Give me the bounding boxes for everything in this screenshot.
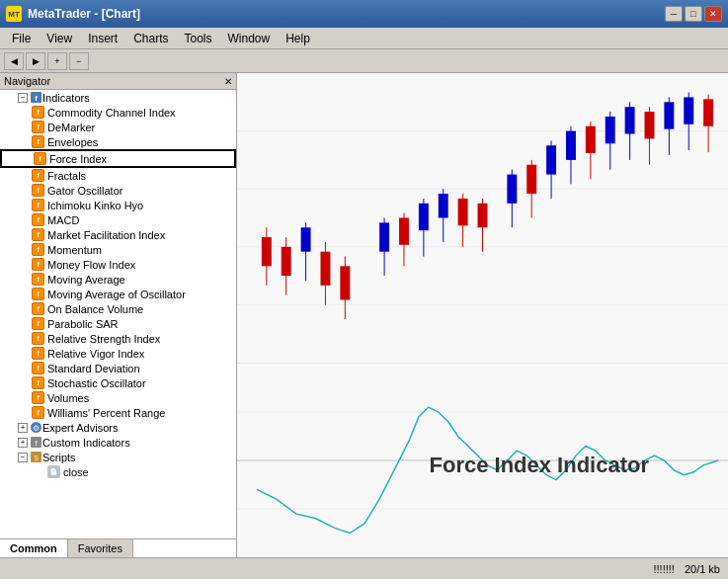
svg-rect-50	[645, 112, 655, 138]
nav-item-label-macd: MACD	[47, 214, 79, 226]
nav-item-label-force: Force Index	[49, 153, 107, 165]
nav-script-close[interactable]: 📄 close	[0, 464, 236, 479]
nav-item-label-money-flow: Money Flow Index	[47, 259, 135, 271]
f-icon-volumes: f	[32, 391, 44, 404]
scripts-group[interactable]: − S Scripts	[0, 450, 236, 464]
nav-item-label-cci: Commodity Channel Index	[47, 107, 176, 119]
svg-rect-16	[282, 247, 291, 276]
nav-ma[interactable]: f Moving Average	[0, 272, 236, 287]
indicators-group-icon: f	[30, 91, 42, 104]
menu-help[interactable]: Help	[278, 30, 318, 47]
nav-momentum[interactable]: f Momentum	[0, 242, 236, 257]
f-icon-rvi: f	[32, 347, 44, 360]
candlestick-chart	[237, 73, 728, 364]
svg-text:⚙: ⚙	[33, 424, 40, 433]
f-icon-psar: f	[32, 317, 44, 330]
maximize-button[interactable]: □	[685, 6, 702, 22]
nav-force-index[interactable]: f Force Index	[0, 149, 236, 168]
nav-item-label-ichimoku: Ichimoku Kinko Hyo	[47, 200, 143, 211]
svg-rect-26	[399, 218, 409, 245]
nav-item-label-williams: Williams' Percent Range	[47, 407, 165, 419]
svg-rect-48	[625, 107, 635, 133]
tab-common[interactable]: Common	[0, 539, 68, 557]
menu-tools[interactable]: Tools	[177, 30, 220, 47]
title-bar-title: MetaTrader - [Chart]	[28, 7, 140, 21]
title-bar-controls: ─ □ ✕	[665, 6, 722, 22]
chart-area: Double Click	[237, 73, 728, 557]
force-index-chart: Force Index Indicator	[237, 364, 728, 557]
script-close-icon: 📄	[47, 465, 60, 478]
custom-indicators-expand[interactable]: +	[18, 438, 28, 448]
nav-fractals[interactable]: f Fractals	[0, 168, 236, 183]
svg-rect-32	[458, 199, 468, 225]
svg-rect-38	[526, 165, 536, 194]
nav-stochastic[interactable]: f Stochastic Oscillator	[0, 375, 236, 390]
nav-demarker[interactable]: f DeMarker	[0, 120, 236, 134]
nav-item-label-gator: Gator Oscillator	[47, 185, 122, 197]
expert-advisors-group[interactable]: + ⚙ Expert Advisors	[0, 420, 236, 435]
nav-rsi[interactable]: f Relative Strength Index	[0, 331, 236, 346]
f-icon-ma: f	[32, 273, 44, 286]
status-bar: !!!!!!! 20/1 kb	[0, 557, 728, 579]
custom-indicators-group[interactable]: + f Custom Indicators	[0, 435, 236, 450]
scripts-expand[interactable]: −	[18, 453, 28, 462]
nav-money-flow[interactable]: f Money Flow Index	[0, 257, 236, 272]
toolbar-btn-3[interactable]: +	[47, 52, 67, 70]
f-icon-macd: f	[32, 213, 44, 226]
tab-favorites[interactable]: Favorites	[68, 539, 133, 557]
menu-insert[interactable]: Insert	[80, 30, 125, 47]
nav-envelopes[interactable]: f Envelopes	[0, 134, 236, 149]
menu-charts[interactable]: Charts	[125, 30, 176, 47]
f-icon-stochastic: f	[32, 376, 44, 389]
toolbar: ◀ ▶ + −	[0, 49, 728, 73]
menu-view[interactable]: View	[39, 30, 80, 47]
f-icon-momentum: f	[32, 243, 44, 256]
nav-williams[interactable]: f Williams' Percent Range	[0, 405, 236, 420]
f-icon-maoscillator: f	[32, 288, 44, 300]
force-index-indicator-label: Force Index Indicator	[430, 453, 650, 478]
menu-bar: File View Insert Charts Tools Window Hel…	[0, 28, 728, 49]
status-info: 20/1 kb	[685, 563, 720, 575]
nav-psar[interactable]: f Parabolic SAR	[0, 316, 236, 331]
nav-maoscillator[interactable]: f Moving Average of Oscillator	[0, 287, 236, 301]
svg-rect-46	[606, 117, 615, 143]
indicators-expand[interactable]: −	[18, 93, 28, 103]
indicators-group[interactable]: − f Indicators	[0, 90, 236, 105]
nav-gator[interactable]: f Gator Oscillator	[0, 183, 236, 198]
nav-ichimoku[interactable]: f Ichimoku Kinko Hyo	[0, 198, 236, 212]
minimize-button[interactable]: ─	[665, 6, 683, 22]
close-button[interactable]: ✕	[704, 6, 722, 22]
nav-item-label-obv: On Balance Volume	[47, 303, 143, 315]
nav-volumes[interactable]: f Volumes	[0, 390, 236, 405]
svg-rect-22	[340, 266, 350, 299]
navigator-close-button[interactable]: ✕	[224, 76, 232, 87]
nav-item-label-stddev: Standard Deviation	[47, 363, 140, 374]
svg-rect-18	[301, 227, 311, 251]
svg-rect-30	[439, 194, 448, 217]
navigator-header: Navigator ✕	[0, 73, 236, 90]
toolbar-btn-2[interactable]: ▶	[26, 52, 45, 70]
nav-item-label-fractals: Fractals	[47, 170, 86, 182]
nav-obv[interactable]: f On Balance Volume	[0, 301, 236, 316]
expert-advisors-expand[interactable]: +	[18, 423, 28, 433]
custom-indicators-icon: f	[30, 436, 42, 449]
menu-file[interactable]: File	[4, 30, 39, 47]
f-icon-money-flow: f	[32, 258, 44, 271]
nav-macd[interactable]: f MACD	[0, 212, 236, 227]
custom-indicators-label: Custom Indicators	[42, 437, 130, 449]
navigator-scroll[interactable]: − f Indicators f Commodity Channel Index…	[0, 90, 236, 538]
navigator-tabs: Common Favorites	[0, 538, 236, 557]
chart-indicator-icons: !!!!!!!	[654, 563, 675, 575]
nav-item-label-envelopes: Envelopes	[47, 136, 98, 148]
nav-commodity-channel-index[interactable]: f Commodity Channel Index	[0, 105, 236, 120]
title-bar: MT MetaTrader - [Chart] ─ □ ✕	[0, 0, 728, 28]
nav-mfi[interactable]: f Market Facilitation Index	[0, 227, 236, 242]
toolbar-btn-1[interactable]: ◀	[4, 52, 24, 70]
chart-canvas[interactable]: Double Click	[237, 73, 728, 557]
f-icon-rsi: f	[32, 332, 44, 345]
nav-stddev[interactable]: f Standard Deviation	[0, 361, 236, 375]
toolbar-btn-4[interactable]: −	[69, 52, 89, 70]
navigator-body: − f Indicators f Commodity Channel Index…	[0, 90, 236, 557]
menu-window[interactable]: Window	[220, 30, 279, 47]
nav-rvi[interactable]: f Relative Vigor Index	[0, 346, 236, 361]
